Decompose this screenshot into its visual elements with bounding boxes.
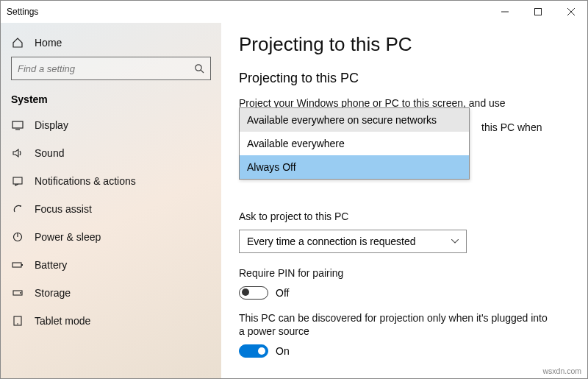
sidebar-item-label: Storage: [35, 287, 71, 299]
sidebar-item-tablet-mode[interactable]: Tablet mode: [1, 307, 221, 335]
svg-point-4: [196, 65, 201, 71]
ask-to-project-value: Every time a connection is requested: [247, 235, 416, 247]
svg-rect-8: [13, 177, 22, 184]
search-box[interactable]: [11, 57, 211, 80]
sidebar-item-display[interactable]: Display: [1, 111, 221, 139]
watermark: wsxdn.com: [542, 366, 581, 375]
notifications-icon: [11, 175, 24, 187]
sidebar-item-power-sleep[interactable]: Power & sleep: [1, 223, 221, 251]
sidebar-category: System: [1, 86, 221, 111]
ask-to-project-select[interactable]: Every time a connection is requested: [239, 230, 467, 253]
sidebar-item-label: Display: [35, 119, 68, 131]
ask-to-project-label: Ask to project to this PC: [239, 210, 570, 224]
sidebar-item-label: Power & sleep: [35, 231, 101, 243]
sidebar-item-focus-assist[interactable]: Focus assist: [1, 195, 221, 223]
dropdown-option-secure[interactable]: Available everywhere on secure networks: [240, 108, 469, 132]
svg-rect-1: [534, 9, 541, 15]
page-title: Projecting to this PC: [239, 33, 570, 56]
section-title: Projecting to this PC: [239, 71, 570, 86]
focus-assist-icon: [11, 203, 24, 215]
discoverable-toggle[interactable]: On: [239, 344, 570, 358]
sidebar-item-label: Sound: [35, 147, 64, 159]
battery-icon: [11, 259, 24, 271]
svg-point-9: [20, 205, 21, 207]
settings-window: Settings Home System: [0, 0, 588, 379]
content-pane: Projecting to this PC Projecting to this…: [221, 23, 587, 378]
search-input[interactable]: [18, 63, 190, 74]
svg-line-5: [201, 70, 204, 73]
sidebar-home[interactable]: Home: [1, 29, 221, 57]
close-button[interactable]: [554, 1, 587, 23]
svg-point-15: [20, 292, 21, 294]
toggle-off-track: [239, 286, 268, 300]
dropdown-option-everywhere[interactable]: Available everywhere: [240, 132, 469, 155]
sidebar-item-label: Notifications & actions: [35, 175, 136, 187]
svg-point-17: [17, 323, 18, 325]
discoverable-state: On: [276, 345, 290, 357]
storage-icon: [11, 287, 24, 299]
minimize-button[interactable]: [488, 1, 521, 23]
chevron-down-icon: [451, 239, 459, 244]
sidebar-item-label: Tablet mode: [35, 315, 90, 327]
sidebar-item-battery[interactable]: Battery: [1, 251, 221, 279]
discoverable-label: This PC can be discovered for projection…: [239, 311, 548, 339]
sidebar-item-sound[interactable]: Sound: [1, 139, 221, 167]
require-pin-state: Off: [276, 287, 289, 299]
power-icon: [11, 231, 24, 243]
dropdown-option-always-off[interactable]: Always Off: [240, 155, 469, 179]
svg-rect-13: [21, 264, 23, 266]
home-icon: [11, 37, 24, 49]
window-title: Settings: [7, 7, 38, 17]
sidebar: Home System Display Sound: [1, 23, 221, 378]
tablet-icon: [11, 315, 24, 327]
require-pin-label: Require PIN for pairing: [239, 266, 570, 280]
titlebar: Settings: [1, 1, 587, 23]
sidebar-home-label: Home: [35, 37, 62, 49]
display-icon: [11, 119, 24, 131]
search-icon: [194, 63, 204, 74]
sidebar-item-notifications[interactable]: Notifications & actions: [1, 167, 221, 195]
partial-text-behind-dropdown: this PC when: [481, 121, 542, 133]
toggle-on-track: [239, 344, 268, 358]
sound-icon: [11, 147, 24, 159]
svg-rect-6: [12, 121, 23, 128]
require-pin-toggle[interactable]: Off: [239, 286, 570, 300]
sidebar-item-label: Battery: [35, 259, 67, 271]
sidebar-item-storage[interactable]: Storage: [1, 279, 221, 307]
availability-dropdown-open[interactable]: Available everywhere on secure networks …: [239, 107, 470, 180]
svg-rect-12: [12, 263, 21, 267]
maximize-button[interactable]: [521, 1, 554, 23]
sidebar-item-label: Focus assist: [35, 203, 92, 215]
